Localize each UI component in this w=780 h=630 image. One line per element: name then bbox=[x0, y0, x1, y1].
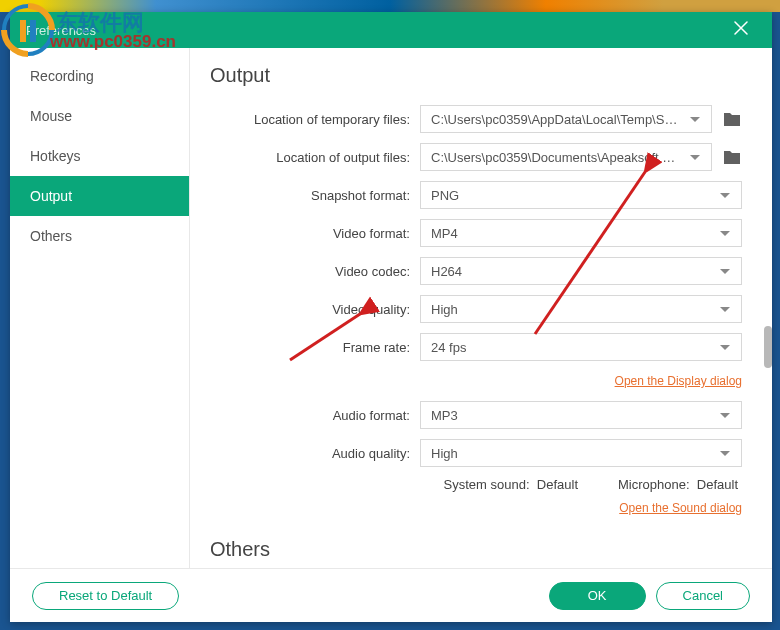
ok-button[interactable]: OK bbox=[549, 582, 646, 610]
chevron-down-icon bbox=[719, 264, 731, 279]
temp-files-value: C:\Users\pc0359\AppData\Local\Temp\Scree… bbox=[431, 112, 683, 127]
video-codec-select[interactable]: H264 bbox=[420, 257, 742, 285]
audio-quality-value: High bbox=[431, 446, 458, 461]
sidebar-item-mouse[interactable]: Mouse bbox=[10, 96, 189, 136]
chevron-down-icon bbox=[689, 150, 701, 165]
open-sound-dialog-link[interactable]: Open the Sound dialog bbox=[619, 501, 742, 515]
frame-rate-label: Frame rate: bbox=[210, 340, 410, 355]
open-display-dialog-link[interactable]: Open the Display dialog bbox=[615, 374, 742, 388]
window-title: Preferences bbox=[26, 23, 96, 38]
preferences-window: Preferences Recording Mouse Hotkeys Outp… bbox=[10, 12, 772, 622]
snapshot-format-select[interactable]: PNG bbox=[420, 181, 742, 209]
output-files-label: Location of output files: bbox=[210, 150, 410, 165]
audio-format-value: MP3 bbox=[431, 408, 458, 423]
sidebar-item-label: Others bbox=[30, 228, 72, 244]
temp-files-label: Location of temporary files: bbox=[210, 112, 410, 127]
chevron-down-icon bbox=[719, 188, 731, 203]
audio-format-label: Audio format: bbox=[210, 408, 410, 423]
frame-rate-value: 24 fps bbox=[431, 340, 466, 355]
video-codec-value: H264 bbox=[431, 264, 462, 279]
video-quality-value: High bbox=[431, 302, 458, 317]
video-format-select[interactable]: MP4 bbox=[420, 219, 742, 247]
section-title-others: Others bbox=[210, 538, 742, 561]
sidebar-item-output[interactable]: Output bbox=[10, 176, 189, 216]
sidebar-item-label: Output bbox=[30, 188, 72, 204]
output-files-value: C:\Users\pc0359\Documents\Apeaksoft Stud… bbox=[431, 150, 683, 165]
audio-quality-select[interactable]: High bbox=[420, 439, 742, 467]
video-format-value: MP4 bbox=[431, 226, 458, 241]
video-quality-label: Video quality: bbox=[210, 302, 410, 317]
snapshot-format-label: Snapshot format: bbox=[210, 188, 410, 203]
sidebar-item-hotkeys[interactable]: Hotkeys bbox=[10, 136, 189, 176]
sidebar-item-recording[interactable]: Recording bbox=[10, 56, 189, 96]
chevron-down-icon bbox=[689, 112, 701, 127]
video-quality-select[interactable]: High bbox=[420, 295, 742, 323]
sidebar-item-others[interactable]: Others bbox=[10, 216, 189, 256]
chevron-down-icon bbox=[719, 302, 731, 317]
sidebar-item-label: Hotkeys bbox=[30, 148, 81, 164]
frame-rate-select[interactable]: 24 fps bbox=[420, 333, 742, 361]
chevron-down-icon bbox=[719, 226, 731, 241]
reset-to-default-button[interactable]: Reset to Default bbox=[32, 582, 179, 610]
footer: Reset to Default OK Cancel bbox=[10, 568, 772, 622]
video-format-label: Video format: bbox=[210, 226, 410, 241]
temp-files-select[interactable]: C:\Users\pc0359\AppData\Local\Temp\Scree… bbox=[420, 105, 712, 133]
microphone-readout: Microphone: Default bbox=[618, 477, 738, 492]
snapshot-format-value: PNG bbox=[431, 188, 459, 203]
audio-quality-label: Audio quality: bbox=[210, 446, 410, 461]
titlebar: Preferences bbox=[10, 12, 772, 48]
system-sound-readout: System sound: Default bbox=[444, 477, 578, 492]
sidebar: Recording Mouse Hotkeys Output Others bbox=[10, 48, 190, 568]
chevron-down-icon bbox=[719, 340, 731, 355]
output-files-select[interactable]: C:\Users\pc0359\Documents\Apeaksoft Stud… bbox=[420, 143, 712, 171]
video-codec-label: Video codec: bbox=[210, 264, 410, 279]
close-icon[interactable] bbox=[726, 17, 756, 43]
folder-icon[interactable] bbox=[722, 110, 742, 128]
scrollbar-thumb[interactable] bbox=[764, 326, 772, 368]
chevron-down-icon bbox=[719, 446, 731, 461]
section-title-output: Output bbox=[210, 64, 742, 87]
chevron-down-icon bbox=[719, 408, 731, 423]
sidebar-item-label: Mouse bbox=[30, 108, 72, 124]
folder-icon[interactable] bbox=[722, 148, 742, 166]
content-panel: Output Location of temporary files: C:\U… bbox=[190, 48, 772, 568]
audio-format-select[interactable]: MP3 bbox=[420, 401, 742, 429]
cancel-button[interactable]: Cancel bbox=[656, 582, 750, 610]
sidebar-item-label: Recording bbox=[30, 68, 94, 84]
